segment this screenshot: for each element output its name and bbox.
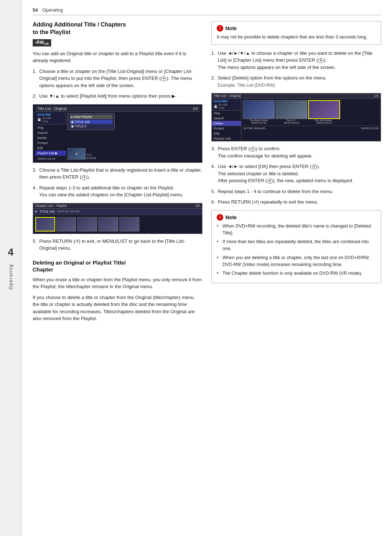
- right-column: ! Note It may not be possible to delete …: [211, 21, 381, 525]
- right-screenshot-inner: Title List – Original 1/4 DVD-RW 💾: [212, 93, 381, 141]
- chapter-thumbnails: [33, 215, 202, 234]
- right-step-1: 1. Use ◄/►/▼/▲ to choose a chapter or ti…: [211, 50, 381, 71]
- title-2: 💾 TITLE 2: [70, 124, 113, 128]
- left-column: Adding Additional Title / Chapters to th…: [33, 21, 203, 525]
- right-screenshot: Title List – Original 1/4 DVD-RW 💾: [211, 93, 381, 142]
- right-thumb-2: [275, 100, 307, 119]
- dvd-label-1: DVD-RW: [37, 113, 64, 116]
- enter-circle-r3: ●: [250, 147, 256, 152]
- screenshot-2: Chapter List – Playlist 5/5 ▶ TITLE 100 …: [33, 203, 203, 234]
- note-box-1: ! Note It may not be possible to delete …: [211, 21, 381, 45]
- right-menu-playlist-add: Playlist Add: [212, 136, 241, 141]
- right-bottom-row: M-THE JANUAR... 26/09 0:01:09: [241, 126, 381, 131]
- note-body-1: It may not be possible to delete chapter…: [217, 34, 376, 41]
- right-menu-delete: Delete: [212, 121, 241, 126]
- left-steps-1-2: 1. Choose a title or chapter on the [Tit…: [33, 68, 203, 100]
- menu-play: Play: [35, 125, 66, 130]
- step-5: 5. Press RETURN (↺) to exit, or MENU/LIS…: [33, 238, 203, 252]
- return-sym-r6: ↺: [254, 200, 257, 205]
- title-100: 💾 TITLE 100: [70, 120, 113, 124]
- chapter-thumb-1: [35, 217, 55, 232]
- screenshot-1-inner: Title List - Original 1/4 DVD-RW 💾: [33, 105, 202, 163]
- note-bullet-2: • If more than two titles are repeatedly…: [217, 238, 376, 252]
- right-step-3: 3. Press ENTER (●) to confirm. The confi…: [211, 145, 381, 159]
- right-menu-search: Search: [212, 116, 241, 121]
- right-step-1-text: Use ◄/►/▼/▲ to choose a chapter or title…: [218, 50, 381, 71]
- right-step-2: 2. Select [Delete] option from the optio…: [211, 74, 381, 89]
- note-bullet-3: • When you are deleting a title or chapt…: [217, 254, 376, 268]
- chapter-thumb-2: [56, 217, 76, 232]
- note-title-2: Note: [225, 214, 237, 220]
- delete-heading: Deleting an Original or Playlist Title/ …: [33, 259, 203, 273]
- menu-delete: Delete: [35, 135, 66, 140]
- right-dvd-label: DVD-RW: [214, 99, 239, 103]
- note-icon-1: !: [217, 25, 223, 32]
- note-header-2: ! Note: [217, 214, 376, 221]
- right-step-5-text: Repeat steps 1 - 4 to continue to delete…: [218, 188, 381, 195]
- note-bullet-4: • The Chapter delete function is only av…: [217, 270, 376, 277]
- new-playlist: ▶ New Playlist: [70, 115, 113, 119]
- step-2: 2. Use ▼/▲ to select [Playlist Add] from…: [33, 93, 203, 100]
- step-4: 4. Repeat steps 1-3 to add additional ti…: [33, 184, 203, 199]
- step-2-text: Use ▼/▲ to select [Playlist Add] from me…: [39, 93, 203, 100]
- note-list-2: • When DVD+RW recording, the deleted tit…: [217, 223, 376, 277]
- chapter-thumb-4: [98, 217, 118, 232]
- right-step-4: 4. Use ◄/► to select [OK] then press ENT…: [211, 163, 381, 184]
- right-step-6: 6. Press RETURN (↺) repeatedly to exit t…: [211, 199, 381, 206]
- step-4-text: Repeat steps 1-3 to add additional title…: [39, 184, 203, 199]
- enter-circle-3: ●: [82, 175, 87, 180]
- right-menu-protect: Protect: [212, 126, 241, 131]
- note-header-1: ! Note: [217, 25, 376, 32]
- right-step-6-text: Press RETURN (↺) repeatedly to exit the …: [218, 199, 381, 206]
- chapter-info: ▶ TITLE 100 26/09 We 9M 55S: [33, 209, 202, 215]
- menu-search: Search: [35, 130, 66, 135]
- main-content: 54 Operating Adding Additional Title / C…: [22, 0, 392, 536]
- right-step-2-text: Select [Delete] option from the options …: [218, 74, 381, 89]
- right-thumb-2-label: The D.C.26/09 0:05:23: [284, 119, 299, 124]
- right-steps-3-6: 3. Press ENTER (●) to confirm. The confi…: [211, 145, 381, 206]
- right-thumb-1: [243, 100, 275, 119]
- time-info-1: 26/09 0:01:09: [35, 156, 66, 161]
- enter-circle-r4b: ●: [268, 179, 273, 184]
- thumb-1: ▶: [68, 148, 86, 160]
- right-thumb-1-label: The Blue Planet26/09 0:01:52: [250, 119, 268, 124]
- return-sym: ↺: [75, 239, 79, 244]
- left-intro-text: You can add an Original title or chapter…: [33, 50, 203, 64]
- step-1-text: Choose a title or chapter on the [Title …: [39, 68, 203, 89]
- page-section: Operating: [42, 7, 63, 13]
- two-columns: Adding Additional Title / Chapters to th…: [33, 21, 381, 525]
- chapter-title-bar: Chapter List – Playlist 5/5: [33, 203, 202, 209]
- right-menu-play: Play: [212, 111, 241, 116]
- right-menu: Play Search Delete Protect Edit Playlist…: [212, 111, 241, 141]
- left-steps-3-4: 3. Choose a Title List-Playlist that is …: [33, 167, 203, 199]
- chapter-thumb-5: [119, 217, 139, 232]
- step-3: 3. Choose a Title List-Playlist that is …: [33, 167, 203, 181]
- page-wrapper: 4 Operating 54 Operating Adding Addition…: [0, 0, 392, 536]
- enter-circle-1: ●: [161, 76, 166, 81]
- screenshot-1: Title List - Original 1/4 DVD-RW 💾: [33, 104, 203, 163]
- step-3-text: Choose a Title List-Playlist that is alr…: [39, 167, 203, 181]
- sidebar: 4 Operating: [0, 0, 22, 536]
- menu-protect: Protect: [35, 140, 66, 146]
- left-step-5: 5. Press RETURN (↺) to exit, or MENU/LIS…: [33, 238, 203, 252]
- right-menu-edit: Edit: [212, 131, 241, 136]
- enter-circle-r1: ●: [318, 58, 323, 63]
- right-steps-1-2: 1. Use ◄/►/▼/▲ to choose a chapter or ti…: [211, 50, 381, 89]
- note-box-2: ! Note • When DVD+RW recording, the dele…: [211, 210, 381, 283]
- enter-circle-r4: ●: [312, 164, 317, 169]
- delete-para-1: When you erase a title or chapter from t…: [33, 276, 203, 290]
- sidebar-chapter-number: 4: [8, 246, 14, 258]
- menu-edit: Edit: [35, 146, 66, 151]
- rw-badge: -RWVR: [33, 39, 51, 46]
- screenshot-2-inner: Chapter List – Playlist 5/5 ▶ TITLE 100 …: [33, 203, 202, 234]
- thumb-info: O.C.0:05:23: [86, 148, 96, 160]
- step-1: 1. Choose a title or chapter on the [Tit…: [33, 68, 203, 89]
- note-bullet-1: • When DVD+RW recording, the deleted tit…: [217, 223, 376, 237]
- right-thumb-3-label: The Johnstown...26/09 0:02:30: [314, 119, 334, 124]
- right-step-4-text: Use ◄/► to select [OK] then press ENTER …: [218, 163, 381, 184]
- left-heading: Adding Additional Title / Chapters to th…: [33, 21, 203, 36]
- note-icon-2: !: [217, 214, 223, 221]
- page-header: 54 Operating: [33, 7, 381, 15]
- chapter-thumb-3: [77, 217, 97, 232]
- right-title-bar: Title List – Original 1/4: [212, 93, 381, 99]
